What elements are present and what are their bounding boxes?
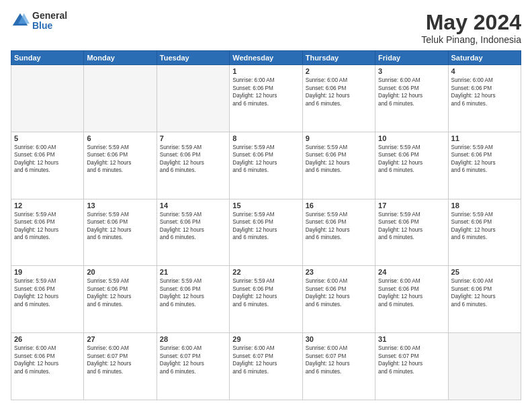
logo-blue: Blue <box>32 21 67 31</box>
header: General Blue May 2024 Teluk Pinang, Indo… <box>11 11 521 45</box>
calendar-cell: 16Sunrise: 5:59 AM Sunset: 6:06 PM Dayli… <box>302 199 375 266</box>
calendar-cell: 21Sunrise: 5:59 AM Sunset: 6:06 PM Dayli… <box>157 266 229 333</box>
day-info: Sunrise: 5:59 AM Sunset: 6:06 PM Dayligh… <box>160 277 226 308</box>
main-title: May 2024 <box>421 11 521 34</box>
day-info: Sunrise: 6:00 AM Sunset: 6:06 PM Dayligh… <box>378 77 445 107</box>
day-info: Sunrise: 5:59 AM Sunset: 6:06 PM Dayligh… <box>232 277 299 308</box>
day-info: Sunrise: 6:00 AM Sunset: 6:07 PM Dayligh… <box>232 345 299 375</box>
calendar-table: Sunday Monday Tuesday Wednesday Thursday… <box>11 50 521 400</box>
day-number: 1 <box>232 67 299 75</box>
day-info: Sunrise: 6:00 AM Sunset: 6:07 PM Dayligh… <box>378 345 445 375</box>
logo-text: General Blue <box>32 11 67 32</box>
day-number: 17 <box>378 201 445 210</box>
day-info: Sunrise: 6:00 AM Sunset: 6:06 PM Dayligh… <box>14 144 81 175</box>
day-number: 18 <box>451 201 518 210</box>
calendar-cell: 31Sunrise: 6:00 AM Sunset: 6:07 PM Dayli… <box>375 333 448 400</box>
calendar-cell: 30Sunrise: 6:00 AM Sunset: 6:07 PM Dayli… <box>302 333 375 400</box>
day-number: 21 <box>160 268 226 276</box>
calendar-cell <box>11 65 84 132</box>
calendar-cell: 15Sunrise: 5:59 AM Sunset: 6:06 PM Dayli… <box>230 199 302 266</box>
day-number: 28 <box>160 335 226 343</box>
day-number: 20 <box>87 268 153 276</box>
calendar-cell: 23Sunrise: 6:00 AM Sunset: 6:06 PM Dayli… <box>302 266 375 333</box>
day-number: 27 <box>87 335 153 343</box>
day-info: Sunrise: 5:59 AM Sunset: 6:06 PM Dayligh… <box>160 211 226 242</box>
calendar-cell: 14Sunrise: 5:59 AM Sunset: 6:06 PM Dayli… <box>157 199 229 266</box>
calendar-cell: 24Sunrise: 6:00 AM Sunset: 6:06 PM Dayli… <box>375 266 448 333</box>
day-info: Sunrise: 6:00 AM Sunset: 6:06 PM Dayligh… <box>306 277 372 308</box>
day-number: 30 <box>306 335 372 343</box>
col-sunday: Sunday <box>11 51 84 65</box>
day-info: Sunrise: 5:59 AM Sunset: 6:06 PM Dayligh… <box>87 277 153 308</box>
calendar-cell: 6Sunrise: 5:59 AM Sunset: 6:06 PM Daylig… <box>84 132 157 199</box>
calendar-cell: 25Sunrise: 6:00 AM Sunset: 6:06 PM Dayli… <box>448 266 521 333</box>
day-number: 10 <box>378 134 445 142</box>
col-thursday: Thursday <box>302 51 375 65</box>
calendar-cell: 9Sunrise: 5:59 AM Sunset: 6:06 PM Daylig… <box>302 132 375 199</box>
calendar-cell: 13Sunrise: 5:59 AM Sunset: 6:06 PM Dayli… <box>84 199 157 266</box>
day-number: 31 <box>378 335 445 343</box>
day-info: Sunrise: 6:00 AM Sunset: 6:06 PM Dayligh… <box>232 77 299 107</box>
day-info: Sunrise: 5:59 AM Sunset: 6:06 PM Dayligh… <box>160 144 226 175</box>
day-number: 7 <box>160 134 226 142</box>
calendar-cell: 19Sunrise: 5:59 AM Sunset: 6:06 PM Dayli… <box>11 266 84 333</box>
day-info: Sunrise: 5:59 AM Sunset: 6:06 PM Dayligh… <box>232 144 299 175</box>
day-number: 9 <box>306 134 372 142</box>
day-number: 19 <box>14 268 81 276</box>
day-info: Sunrise: 6:00 AM Sunset: 6:07 PM Dayligh… <box>160 345 226 375</box>
day-info: Sunrise: 6:00 AM Sunset: 6:06 PM Dayligh… <box>14 345 81 375</box>
logo-general: General <box>32 11 67 21</box>
calendar-cell: 22Sunrise: 5:59 AM Sunset: 6:06 PM Dayli… <box>230 266 302 333</box>
calendar-week-0: 1Sunrise: 6:00 AM Sunset: 6:06 PM Daylig… <box>11 65 521 132</box>
logo-icon <box>11 11 30 30</box>
day-number: 5 <box>14 134 81 142</box>
day-number: 8 <box>232 134 299 142</box>
calendar-cell <box>157 65 229 132</box>
calendar-cell: 3Sunrise: 6:00 AM Sunset: 6:06 PM Daylig… <box>375 65 448 132</box>
col-tuesday: Tuesday <box>157 51 229 65</box>
day-number: 13 <box>87 201 153 210</box>
title-block: May 2024 Teluk Pinang, Indonesia <box>421 11 521 45</box>
day-info: Sunrise: 6:00 AM Sunset: 6:06 PM Dayligh… <box>451 277 518 308</box>
subtitle: Teluk Pinang, Indonesia <box>421 34 521 45</box>
calendar-week-1: 5Sunrise: 6:00 AM Sunset: 6:06 PM Daylig… <box>11 132 521 199</box>
day-number: 4 <box>451 67 518 75</box>
day-number: 22 <box>232 268 299 276</box>
calendar-cell: 17Sunrise: 5:59 AM Sunset: 6:06 PM Dayli… <box>375 199 448 266</box>
day-number: 11 <box>451 134 518 142</box>
calendar-cell: 28Sunrise: 6:00 AM Sunset: 6:07 PM Dayli… <box>157 333 229 400</box>
day-info: Sunrise: 5:59 AM Sunset: 6:06 PM Dayligh… <box>378 211 445 242</box>
calendar-week-3: 19Sunrise: 5:59 AM Sunset: 6:06 PM Dayli… <box>11 266 521 333</box>
calendar-cell: 12Sunrise: 5:59 AM Sunset: 6:06 PM Dayli… <box>11 199 84 266</box>
calendar-cell: 2Sunrise: 6:00 AM Sunset: 6:06 PM Daylig… <box>302 65 375 132</box>
col-wednesday: Wednesday <box>230 51 302 65</box>
day-number: 26 <box>14 335 81 343</box>
day-info: Sunrise: 5:59 AM Sunset: 6:06 PM Dayligh… <box>306 144 372 175</box>
day-info: Sunrise: 6:00 AM Sunset: 6:06 PM Dayligh… <box>378 277 445 308</box>
day-info: Sunrise: 5:59 AM Sunset: 6:06 PM Dayligh… <box>87 144 153 175</box>
day-number: 6 <box>87 134 153 142</box>
calendar-cell: 27Sunrise: 6:00 AM Sunset: 6:07 PM Dayli… <box>84 333 157 400</box>
page: General Blue May 2024 Teluk Pinang, Indo… <box>0 0 532 411</box>
day-number: 2 <box>306 67 372 75</box>
day-info: Sunrise: 6:00 AM Sunset: 6:06 PM Dayligh… <box>306 77 372 107</box>
calendar-cell: 26Sunrise: 6:00 AM Sunset: 6:06 PM Dayli… <box>11 333 84 400</box>
day-info: Sunrise: 5:59 AM Sunset: 6:06 PM Dayligh… <box>14 211 81 242</box>
calendar-cell: 4Sunrise: 6:00 AM Sunset: 6:06 PM Daylig… <box>448 65 521 132</box>
calendar-cell <box>84 65 157 132</box>
day-number: 15 <box>232 201 299 210</box>
col-saturday: Saturday <box>448 51 521 65</box>
day-info: Sunrise: 5:59 AM Sunset: 6:06 PM Dayligh… <box>232 211 299 242</box>
day-number: 23 <box>306 268 372 276</box>
day-info: Sunrise: 5:59 AM Sunset: 6:06 PM Dayligh… <box>306 211 372 242</box>
day-number: 12 <box>14 201 81 210</box>
calendar-cell: 18Sunrise: 5:59 AM Sunset: 6:06 PM Dayli… <box>448 199 521 266</box>
day-info: Sunrise: 5:59 AM Sunset: 6:06 PM Dayligh… <box>87 211 153 242</box>
calendar-header-row: Sunday Monday Tuesday Wednesday Thursday… <box>11 51 521 65</box>
day-info: Sunrise: 5:59 AM Sunset: 6:06 PM Dayligh… <box>14 277 81 308</box>
day-info: Sunrise: 6:00 AM Sunset: 6:07 PM Dayligh… <box>306 345 372 375</box>
day-number: 29 <box>232 335 299 343</box>
calendar-cell: 5Sunrise: 6:00 AM Sunset: 6:06 PM Daylig… <box>11 132 84 199</box>
day-info: Sunrise: 6:00 AM Sunset: 6:06 PM Dayligh… <box>451 77 518 107</box>
day-number: 14 <box>160 201 226 210</box>
